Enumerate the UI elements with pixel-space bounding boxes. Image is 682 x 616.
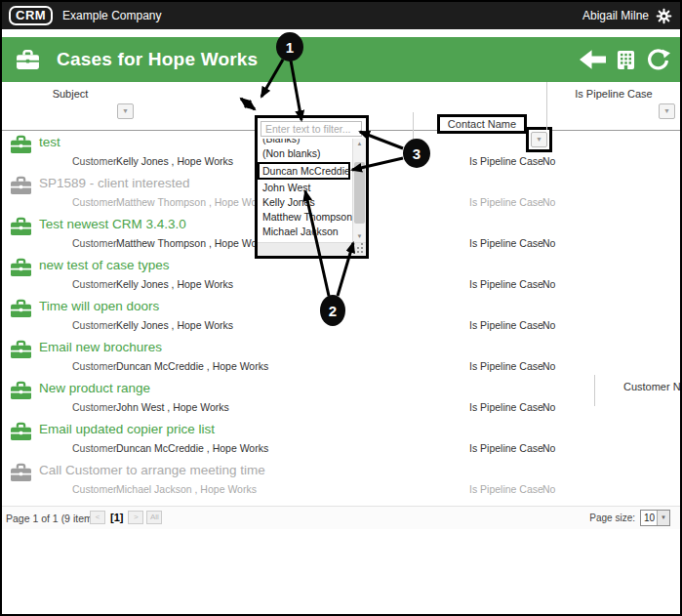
pipeline-value: No — [542, 196, 555, 208]
pipeline-value: No — [542, 155, 555, 167]
refresh-icon[interactable] — [646, 48, 670, 72]
filter-item-label: Michael Jackson — [262, 225, 352, 239]
case-subject-link[interactable]: New product range — [39, 381, 150, 395]
pager-bar: Page 1 of 1 (9 items) < [1] > All Page s… — [2, 506, 680, 529]
customer-value: John West , Hope Works — [116, 401, 229, 413]
case-subject-link[interactable]: Test newest CRM 3.4.3.0 — [39, 217, 186, 231]
customer-label: Customer — [72, 360, 117, 372]
case-subject-link[interactable]: new test of case types — [39, 258, 170, 272]
column-header-label: Is Pipeline Case — [575, 88, 653, 100]
column-header[interactable]: Is Pipeline Case ▼ — [546, 82, 680, 130]
app-window: CRM Example Company Abigail Milne — [0, 0, 682, 616]
filter-list-item[interactable]: (Non blanks) — [258, 146, 352, 161]
table-row[interactable]: Call Customer to arrange meeting time Cu… — [2, 459, 680, 500]
scrollbar[interactable]: ▲ ▼ — [352, 139, 366, 242]
pipeline-label: Is Pipeline Case — [469, 278, 543, 290]
briefcase-icon — [16, 49, 40, 71]
pipeline-label: Is Pipeline Case — [469, 155, 543, 167]
dropdown-footer — [258, 242, 366, 256]
filter-list-item[interactable]: Kelly Jones — [258, 195, 352, 210]
user-name[interactable]: Abigail Milne — [582, 9, 649, 22]
company-name: Example Company — [62, 9, 161, 22]
briefcase-icon — [10, 135, 32, 155]
customer-value: Duncan McCreddie , Hope Works — [116, 442, 268, 454]
case-subject-link[interactable]: Time will open doors — [39, 299, 159, 313]
pager-summary: Page 1 of 1 (9 items) — [6, 513, 100, 524]
filter-dropdown-panel: (Blanks) (Non blanks) Duncan McCreddie J… — [255, 115, 369, 259]
case-subject-link[interactable]: Email new brochures — [39, 340, 162, 354]
gear-icon[interactable] — [656, 8, 672, 24]
filter-text-input[interactable] — [261, 121, 362, 137]
briefcase-icon — [10, 463, 32, 483]
page-size-label: Page size: — [589, 513, 635, 523]
filter-dropdown-icon[interactable]: ▼ — [117, 103, 134, 119]
page-size-select[interactable]: 10 ▼ — [640, 510, 670, 526]
table-row[interactable]: Email updated copier price list Customer… — [2, 418, 680, 459]
filter-list-item[interactable]: (Blanks) — [258, 139, 352, 146]
customer-value: Matthew Thompson , Hope Works — [116, 237, 270, 249]
callout-step-2: 2 — [320, 295, 345, 326]
page-title: Cases for Hope Works — [57, 49, 258, 70]
case-subject-link[interactable]: test — [39, 135, 60, 149]
customer-label: Customer — [72, 319, 117, 331]
customer-value: Matthew Thompson , Hope Works — [116, 196, 270, 208]
customer-value: Kelly Jones , Hope Works — [116, 155, 233, 167]
pipeline-label: Is Pipeline Case — [469, 237, 543, 249]
pipeline-label: Is Pipeline Case — [469, 442, 543, 454]
case-subject-link[interactable]: Call Customer to arrange meeting time — [39, 463, 265, 477]
resize-grip[interactable] — [361, 251, 363, 253]
filter-item-label: John West — [262, 181, 352, 195]
customer-label: Customer — [72, 237, 117, 249]
customer-value: Kelly Jones , Hope Works — [116, 319, 233, 331]
crm-logo: CRM — [9, 6, 53, 25]
briefcase-icon — [10, 422, 32, 442]
filter-item-label: (Blanks) — [262, 139, 352, 146]
filter-list-item[interactable]: Michael Jackson — [258, 225, 352, 239]
filter-list-item[interactable]: John West — [258, 181, 352, 195]
table-row[interactable]: new test of case types Customer Kelly Jo… — [2, 254, 680, 295]
scrollbar-thumb[interactable] — [354, 162, 365, 224]
customer-value: Michael Jackson , Hope Works — [116, 483, 257, 495]
filter-item-label: (Non blanks) — [262, 146, 352, 161]
back-arrow-icon[interactable] — [580, 50, 606, 69]
filter-dropdown-icon[interactable]: ▼ — [659, 103, 675, 119]
customer-label: Customer — [72, 155, 117, 167]
pipeline-value: No — [542, 237, 555, 249]
customer-value: Kelly Jones , Hope Works — [116, 278, 233, 290]
filter-list-item[interactable]: Duncan McCreddie — [258, 162, 350, 180]
page-size-value: 10 — [641, 511, 657, 525]
callout-step-1: 1 — [276, 32, 303, 62]
briefcase-icon — [10, 258, 32, 278]
column-header-label: Subject — [53, 88, 89, 100]
pager-next-button[interactable]: > — [128, 511, 143, 524]
pipeline-label: Is Pipeline Case — [469, 483, 543, 495]
table-row[interactable]: Email new brochures Customer Duncan McCr… — [2, 336, 680, 377]
pager-prev-button[interactable]: < — [90, 511, 105, 524]
pipeline-label: Is Pipeline Case — [469, 401, 543, 413]
view-header: Cases for Hope Works — [2, 37, 680, 82]
pipeline-label: Is Pipeline Case — [469, 196, 543, 208]
briefcase-icon — [10, 299, 32, 319]
pager-current-page[interactable]: [1] — [110, 512, 123, 523]
briefcase-icon — [10, 176, 32, 196]
pipeline-value: No — [542, 401, 555, 413]
scroll-up-icon[interactable]: ▲ — [353, 139, 366, 149]
briefcase-icon — [10, 217, 32, 237]
building-icon[interactable] — [617, 50, 635, 70]
case-subject-link[interactable]: Email updated copier price list — [39, 422, 215, 436]
briefcase-icon — [10, 340, 32, 360]
case-subject-link[interactable]: SP1589 - client interested — [39, 176, 190, 190]
column-header[interactable]: Subject ▼ — [2, 82, 139, 130]
pager-all-button[interactable]: All — [146, 511, 162, 524]
customer-label: Customer — [72, 401, 117, 413]
filter-item-label: Duncan McCreddie — [262, 164, 348, 178]
table-row[interactable]: New product range Customer John West , H… — [2, 377, 680, 418]
pipeline-value: No — [542, 319, 555, 331]
customer-label: Customer — [72, 483, 117, 495]
scroll-down-icon[interactable]: ▼ — [353, 231, 366, 242]
pipeline-value: No — [542, 278, 555, 290]
pipeline-value: No — [542, 442, 555, 454]
filter-list-item[interactable]: Matthew Thompson — [258, 210, 352, 225]
pipeline-value: No — [542, 360, 555, 372]
customer-label: Customer — [72, 196, 117, 208]
